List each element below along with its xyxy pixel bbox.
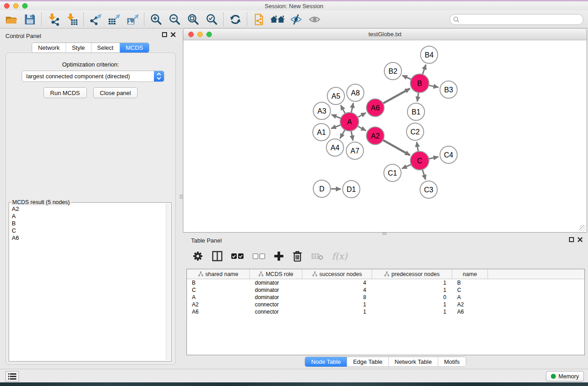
column-header-MCDS-role[interactable]: MCDS role bbox=[250, 269, 302, 279]
main-titlebar[interactable]: Session: New Session bbox=[0, 1, 588, 10]
refresh-view-button[interactable] bbox=[226, 12, 244, 27]
table-cell[interactable]: 8 bbox=[302, 294, 372, 301]
minimize-window-button[interactable] bbox=[13, 3, 19, 9]
graph-node-A2[interactable]: A2 bbox=[367, 127, 384, 145]
window-resize-grip[interactable] bbox=[579, 225, 586, 231]
graph-node-C4[interactable]: C4 bbox=[440, 146, 457, 163]
result-item[interactable]: A bbox=[10, 213, 165, 220]
table-cell[interactable]: 1 bbox=[372, 279, 452, 286]
graph-node-B3[interactable]: B3 bbox=[440, 81, 457, 98]
graph-node-A[interactable]: A bbox=[340, 113, 359, 131]
vertical-splitter-handle[interactable] bbox=[180, 195, 182, 199]
table-cell[interactable]: 4 bbox=[302, 279, 372, 286]
export-image-button[interactable] bbox=[123, 12, 142, 27]
table-cell[interactable]: A2 bbox=[452, 301, 488, 308]
graph-edge-A-A7[interactable] bbox=[351, 131, 353, 140]
graph-edge-B-B1[interactable] bbox=[417, 92, 419, 101]
graph-node-A5[interactable]: A5 bbox=[327, 87, 344, 105]
graph-node-C1[interactable]: C1 bbox=[384, 164, 401, 181]
task-history-button[interactable] bbox=[5, 371, 19, 381]
table-cell[interactable]: 0 bbox=[372, 294, 452, 301]
graph-node-C[interactable]: C bbox=[411, 152, 429, 170]
table-row[interactable]: A6connector11A6 bbox=[187, 308, 584, 315]
graph-edge-A6-B[interactable] bbox=[383, 89, 410, 104]
tab-node-table[interactable]: Node Table bbox=[305, 357, 347, 367]
select-all-button[interactable] bbox=[231, 252, 244, 260]
graph-edge-A-A2[interactable] bbox=[358, 126, 366, 131]
graph-edge-A-A6[interactable] bbox=[358, 113, 366, 117]
table-cell[interactable]: 4 bbox=[302, 286, 372, 294]
close-panel-icon[interactable] bbox=[171, 32, 176, 37]
table-cell[interactable]: B bbox=[187, 279, 250, 286]
network-from-selection-button[interactable] bbox=[249, 12, 268, 27]
table-row[interactable]: Adominator80A bbox=[187, 294, 584, 301]
network-close-button[interactable] bbox=[188, 32, 194, 37]
criterion-dropdown[interactable]: largest connected component (directed) bbox=[22, 71, 164, 82]
table-cell[interactable]: dominator bbox=[250, 294, 302, 301]
graph-node-B4[interactable]: B4 bbox=[421, 46, 438, 63]
graph-edge-C-C1[interactable] bbox=[402, 164, 411, 168]
table-cell[interactable]: 1 bbox=[372, 286, 452, 294]
table-cell[interactable]: connector bbox=[250, 308, 302, 315]
zoom-window-button[interactable] bbox=[22, 3, 28, 9]
network-canvas[interactable]: ABCA2A6A1A3A4A5A7A8B1B2B3B4C1C2C3C4DD1 bbox=[183, 40, 587, 232]
tab-network[interactable]: Network bbox=[32, 43, 66, 52]
zoom-selected-button[interactable] bbox=[202, 12, 221, 27]
show-columns-button[interactable] bbox=[211, 250, 223, 262]
open-file-button[interactable] bbox=[2, 12, 20, 27]
network-window-titlebar[interactable]: testGlobe.txt bbox=[183, 29, 587, 40]
deselect-all-button[interactable] bbox=[252, 252, 266, 260]
graph-edge-B-B4[interactable] bbox=[422, 65, 425, 75]
table-cell[interactable]: dominator bbox=[250, 286, 302, 294]
search-input[interactable] bbox=[449, 14, 583, 25]
table-cell[interactable]: A bbox=[452, 294, 488, 301]
network-graph[interactable]: ABCA2A6A1A3A4A5A7A8B1B2B3B4C1C2C3C4DD1 bbox=[183, 40, 587, 232]
import-table-button[interactable] bbox=[62, 12, 81, 27]
graph-edge-C-C2[interactable] bbox=[417, 142, 418, 152]
graph-edge-B-B2[interactable] bbox=[402, 76, 411, 80]
column-header-shared-name[interactable]: shared name bbox=[187, 269, 250, 279]
table-cell[interactable]: C bbox=[452, 286, 488, 294]
table-cell[interactable]: B bbox=[452, 279, 488, 286]
hide-graphics-details-button[interactable] bbox=[287, 12, 305, 27]
close-panel-button[interactable]: Close panel bbox=[93, 87, 138, 98]
network-zoom-button[interactable] bbox=[206, 32, 212, 37]
result-item[interactable]: C bbox=[10, 227, 165, 234]
graph-edge-A-A1[interactable] bbox=[331, 125, 341, 129]
graph-node-A4[interactable]: A4 bbox=[326, 139, 344, 156]
table-row[interactable]: A2connector11A2 bbox=[187, 301, 584, 308]
result-item[interactable]: A2 bbox=[10, 205, 165, 213]
graph-edge-A-A3[interactable] bbox=[331, 114, 341, 118]
network-minimize-button[interactable] bbox=[197, 32, 203, 37]
graph-node-C2[interactable]: C2 bbox=[406, 123, 424, 140]
table-cell[interactable]: A bbox=[187, 294, 250, 301]
tab-select[interactable]: Select bbox=[91, 43, 120, 52]
tab-network-table[interactable]: Network Table bbox=[388, 357, 438, 367]
table-cell[interactable]: A2 bbox=[187, 301, 250, 308]
table-cell[interactable]: 1 bbox=[372, 308, 452, 315]
graph-node-A6[interactable]: A6 bbox=[367, 99, 384, 117]
table-cell[interactable]: dominator bbox=[250, 279, 302, 286]
graph-edge-C-C4[interactable] bbox=[429, 157, 438, 159]
column-header-name[interactable]: name bbox=[452, 269, 488, 279]
graph-edge-B-B3[interactable] bbox=[429, 85, 439, 87]
graph-node-B1[interactable]: B1 bbox=[407, 103, 425, 120]
graph-edge-A-A4[interactable] bbox=[340, 130, 345, 138]
table-settings-button[interactable] bbox=[192, 250, 204, 262]
result-item[interactable]: A6 bbox=[10, 234, 165, 242]
table-cell[interactable]: 1 bbox=[302, 308, 372, 315]
zoom-in-button[interactable] bbox=[147, 12, 165, 27]
float-table-panel-icon[interactable] bbox=[569, 237, 574, 242]
graph-node-A8[interactable]: A8 bbox=[347, 84, 364, 101]
table-row[interactable]: Cdominator41C bbox=[187, 286, 584, 294]
table-cell[interactable]: C bbox=[187, 286, 250, 294]
table-cell[interactable]: A6 bbox=[187, 308, 250, 315]
graph-node-A7[interactable]: A7 bbox=[346, 142, 363, 159]
column-header-successor-nodes[interactable]: successor nodes bbox=[302, 269, 372, 279]
tab-motifs[interactable]: Motifs bbox=[438, 357, 466, 367]
graph-node-A3[interactable]: A3 bbox=[313, 102, 330, 119]
graph-node-C3[interactable]: C3 bbox=[420, 181, 437, 198]
home-button[interactable] bbox=[268, 12, 287, 27]
table-cell[interactable]: A6 bbox=[452, 308, 488, 315]
table-cell[interactable]: 1 bbox=[302, 301, 372, 308]
